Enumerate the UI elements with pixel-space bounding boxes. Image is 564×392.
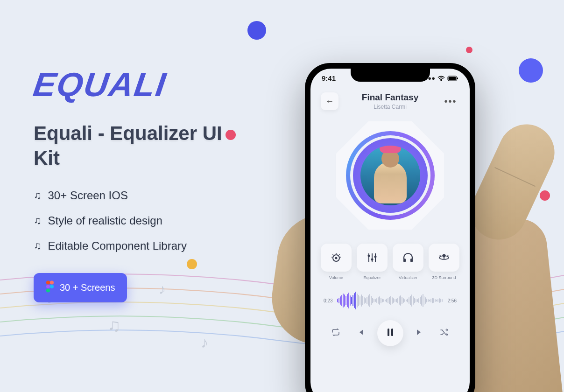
feature-item: ♫30+ Screen IOS [34,189,234,202]
skip-forward-icon [416,329,423,338]
control-label: Virtualizer [399,275,417,280]
svg-point-16 [339,254,340,255]
dots-icon: ••• [444,96,457,107]
svg-rect-26 [410,259,413,262]
next-button[interactable] [410,324,429,343]
svg-point-15 [336,253,337,254]
repeat-icon [331,329,340,338]
svg-rect-11 [457,77,458,79]
svg-point-28 [443,254,446,258]
time-current: 0:23 [324,298,332,303]
svg-rect-10 [449,77,456,80]
headphones-control-button[interactable] [393,244,423,272]
shuffle-button[interactable] [435,324,454,343]
music-note-icon: ♫ [34,215,42,227]
phone-mockup: 9:41 ●●●● ← Final Fantasy Lisetta Carmi … [305,63,475,392]
phone-notch [351,69,430,82]
skip-back-icon [357,329,365,338]
waveform[interactable] [337,291,443,310]
headphones-icon [402,251,415,264]
svg-text:♫: ♫ [107,315,121,335]
artist-name: Lisetta Carmi [362,104,418,110]
svg-text:♪: ♪ [201,334,208,351]
status-time: 9:41 [322,74,336,82]
repeat-button[interactable] [326,324,345,343]
svg-point-20 [368,255,370,257]
decorative-dot [247,21,266,40]
battery-icon [447,76,458,81]
feature-text: Style of realistic design [48,214,162,227]
surround-control-button[interactable] [429,244,459,272]
svg-point-14 [332,254,333,255]
svg-point-13 [335,257,338,259]
svg-point-6 [46,285,50,288]
svg-point-4 [46,281,50,285]
control-label: Volume [329,275,343,280]
album-art [336,121,444,230]
cta-label: 30 + Screens [60,282,115,293]
back-button[interactable]: ← [321,92,338,110]
control-label: Equalizer [363,275,381,280]
brand-logo: Equali [31,65,169,104]
hand-holding-phone: 9:41 ●●●● ← Final Fantasy Lisetta Carmi … [265,28,564,392]
svg-point-7 [50,285,54,288]
control-label: 3D Surround [432,275,456,280]
surround-icon [437,251,451,264]
feature-text: Editable Component Library [48,239,187,252]
pause-button[interactable] [377,320,403,346]
more-button[interactable]: ••• [442,92,459,110]
equalizer-control-button[interactable] [357,244,388,272]
svg-point-8 [46,289,50,293]
product-title: Equali - Equalizer UI Kit [34,121,234,170]
wifi-icon [437,76,445,81]
svg-point-24 [374,256,377,258]
svg-rect-30 [391,329,393,336]
figma-icon [46,280,54,295]
volume-control-button[interactable] [321,244,352,272]
screens-button[interactable]: 30 + Screens [34,273,127,302]
feature-text: 30+ Screen IOS [48,189,128,202]
svg-rect-25 [403,259,406,262]
feature-item: ♫Editable Component Library [34,239,234,252]
pause-icon [387,329,394,338]
time-total: 2:56 [448,298,457,303]
music-note-icon: ♫ [34,240,42,252]
equalizer-icon [366,251,379,264]
previous-button[interactable] [352,324,370,343]
music-note-icon: ♫ [34,189,42,202]
svg-point-5 [50,281,54,285]
svg-point-22 [371,259,374,261]
shuffle-icon [440,329,449,338]
track-title: Final Fantasy [362,92,418,103]
arrow-left-icon: ← [325,97,334,106]
volume-icon [330,251,343,264]
svg-rect-29 [388,329,389,336]
svg-point-18 [340,257,341,258]
feature-item: ♫Style of realistic design [34,214,234,227]
svg-point-17 [331,257,332,258]
